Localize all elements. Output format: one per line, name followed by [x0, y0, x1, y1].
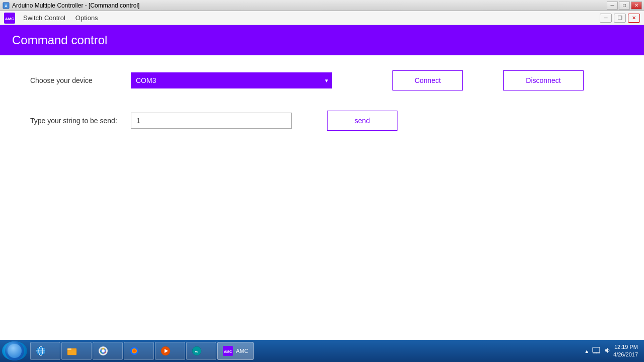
app-icon: A	[2, 2, 10, 10]
taskbar-media-button[interactable]	[155, 342, 185, 360]
explorer-icon	[67, 346, 77, 356]
options-menu[interactable]: Options	[71, 13, 102, 23]
audio-tray-icon	[603, 347, 610, 355]
media-icon	[160, 346, 171, 356]
string-label: Type your string to be send:	[30, 117, 121, 125]
connect-button[interactable]: Connect	[392, 70, 463, 90]
title-bar: A Arduino Multiple Controller - [Command…	[0, 0, 644, 11]
device-select[interactable]: COM3 COM1 COM2 COM4	[131, 72, 332, 88]
chrome-icon	[98, 346, 108, 356]
menu-win-controls: ─ ❐ ✕	[600, 14, 640, 23]
clock-time: 12:19 PM	[613, 343, 638, 351]
firefox-icon	[129, 346, 139, 356]
title-bar-text: Arduino Multiple Controller - [Command c…	[12, 2, 139, 9]
device-select-wrapper: COM3 COM1 COM2 COM4 ▼	[131, 72, 332, 88]
string-input[interactable]	[131, 113, 292, 129]
clock-date: 4/26/2017	[613, 351, 638, 358]
menu-restore-btn[interactable]: ❐	[614, 14, 626, 23]
taskbar-firefox-button[interactable]	[124, 342, 154, 360]
start-button[interactable]	[2, 341, 27, 360]
start-orb-inner	[8, 344, 22, 358]
page-header: Command control	[0, 25, 644, 55]
system-tray: ▲ 12:19 PM 4/26/2017	[580, 343, 642, 359]
amc-taskbar-label: AMC	[236, 348, 248, 354]
start-orb	[5, 341, 24, 360]
system-clock[interactable]: 12:19 PM 4/26/2017	[613, 343, 638, 359]
disconnect-button[interactable]: Disconnect	[503, 70, 584, 90]
device-label: Choose your device	[30, 76, 121, 84]
app-logo: AMC	[4, 13, 15, 24]
amc-taskbar-icon: AMC	[223, 346, 233, 356]
svg-point-16	[133, 349, 136, 352]
svg-text:AMC: AMC	[5, 17, 14, 21]
minimize-button[interactable]: ─	[607, 2, 618, 10]
svg-marker-26	[605, 348, 608, 353]
svg-text:A: A	[5, 4, 7, 8]
svg-rect-10	[67, 348, 71, 350]
taskbar-chrome-button[interactable]	[93, 342, 123, 360]
string-row: Type your string to be send: send	[30, 111, 614, 131]
page-title: Command control	[12, 33, 107, 47]
close-button[interactable]: ✕	[631, 2, 642, 10]
svg-rect-23	[593, 347, 600, 352]
svg-point-13	[102, 349, 105, 352]
switch-control-menu[interactable]: Switch Control	[19, 13, 69, 23]
menu-bar: AMC Switch Control Options ─ ❐ ✕	[0, 11, 644, 25]
main-content: Choose your device COM3 COM1 COM2 COM4 ▼…	[0, 55, 644, 340]
network-tray-icon	[592, 347, 600, 355]
device-row: Choose your device COM3 COM1 COM2 COM4 ▼…	[30, 70, 614, 90]
tray-show-hidden[interactable]: ▲	[584, 348, 589, 354]
taskbar-amc-button[interactable]: AMC AMC	[217, 342, 254, 360]
taskbar-ie-button[interactable]	[30, 342, 60, 360]
svg-text:∞: ∞	[195, 349, 199, 354]
taskbar-explorer-button[interactable]	[61, 342, 92, 360]
taskbar: ∞ AMC AMC ▲	[0, 340, 644, 362]
arduino-icon: ∞	[192, 346, 202, 356]
menu-minimize-btn[interactable]: ─	[600, 14, 612, 23]
svg-text:AMC: AMC	[224, 350, 232, 353]
menu-close-btn[interactable]: ✕	[628, 14, 640, 23]
taskbar-arduino-button[interactable]: ∞	[186, 342, 216, 360]
title-bar-left: A Arduino Multiple Controller - [Command…	[2, 2, 139, 10]
title-bar-controls: ─ □ ✕	[607, 2, 642, 10]
restore-button[interactable]: □	[619, 2, 630, 10]
ie-icon	[36, 346, 46, 356]
send-button[interactable]: send	[327, 111, 397, 131]
